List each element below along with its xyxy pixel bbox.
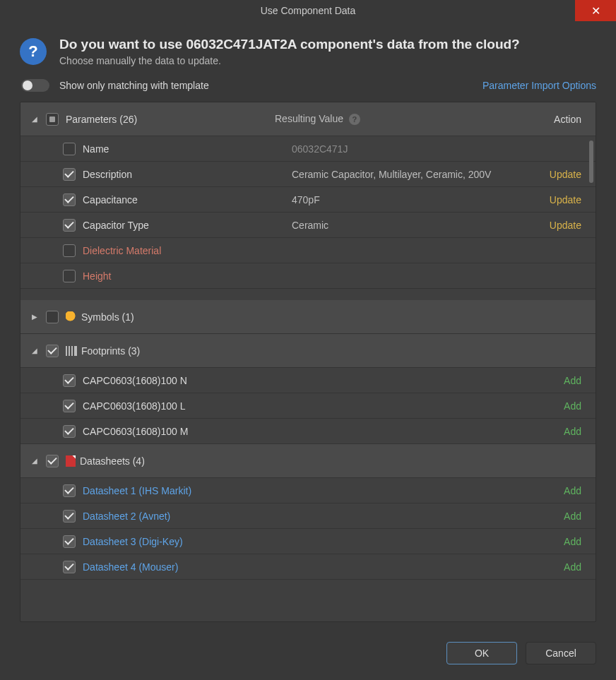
- dialog: Use Component Data ✕ ? Do you want to us…: [0, 0, 616, 680]
- parameter-row: Dielectric Material: [20, 238, 596, 263]
- section-parameters-header: Parameters (26) Resulting Value ? Action: [20, 102, 596, 136]
- intro: ? Do you want to use 06032C471JAT2A comp…: [20, 37, 596, 66]
- parameter-name: Height: [83, 270, 292, 282]
- close-button[interactable]: ✕: [575, 0, 616, 21]
- section-datasheets-label: Datasheets (4): [80, 455, 289, 467]
- datasheet-link[interactable]: Datasheet 3 (Digi-Key): [83, 536, 183, 547]
- footprint-action[interactable]: Add: [525, 400, 581, 412]
- datasheet-name: Datasheet 1 (IHS Markit): [83, 485, 292, 496]
- expand-datasheets[interactable]: [20, 457, 40, 465]
- footprint-action[interactable]: Add: [525, 375, 581, 386]
- parameter-action[interactable]: Update: [525, 220, 581, 231]
- footprint-name: CAPC0603(1608)100 M: [83, 426, 292, 437]
- parameter-value: 06032C471J: [292, 143, 525, 155]
- datasheet-link[interactable]: Datasheet 4 (Mouser): [83, 561, 178, 573]
- checkbox-footprint[interactable]: [63, 425, 76, 438]
- footprint-row: CAPC0603(1608)100 NAdd: [20, 368, 596, 393]
- datasheet-name: Datasheet 3 (Digi-Key): [83, 536, 292, 547]
- parameter-value: 470pF: [292, 194, 525, 205]
- symbol-icon: [66, 311, 77, 323]
- parameter-row: Name06032C471J: [20, 136, 596, 162]
- footprint-action[interactable]: Add: [525, 426, 581, 437]
- parameter-value: Ceramic Capacitor, Multilayer, Ceramic, …: [292, 169, 525, 180]
- footprint-name: CAPC0603(1608)100 L: [83, 400, 292, 412]
- parameter-name: Capacitor Type: [83, 220, 292, 231]
- footprint-name: CAPC0603(1608)100 N: [83, 375, 292, 386]
- checkbox-parameter[interactable]: [63, 244, 76, 257]
- datasheet-row: Datasheet 4 (Mouser)Add: [20, 554, 596, 580]
- parameter-name: Capacitance: [83, 194, 292, 205]
- datasheet-row: Datasheet 3 (Digi-Key)Add: [20, 529, 596, 554]
- section-datasheets-header: Datasheets (4): [20, 444, 596, 478]
- expand-footprints[interactable]: [20, 347, 40, 354]
- column-action-header: Action: [525, 114, 581, 125]
- heading: Do you want to use 06032C471JAT2A compon…: [59, 37, 520, 52]
- checkbox-datasheet[interactable]: [63, 484, 76, 497]
- datasheet-action[interactable]: Add: [525, 536, 581, 547]
- rows: Parameters (26) Resulting Value ? Action…: [20, 102, 596, 621]
- intro-text: Do you want to use 06032C471JAT2A compon…: [59, 37, 520, 66]
- options-row: Show only matching with template Paramet…: [20, 79, 596, 92]
- datasheet-action[interactable]: Add: [525, 561, 581, 573]
- checkbox-datasheet[interactable]: [63, 535, 76, 548]
- section-footprints-header: Footprints (3): [20, 334, 596, 368]
- datasheet-name: Datasheet 4 (Mouser): [83, 561, 292, 573]
- datasheet-action[interactable]: Add: [525, 511, 581, 522]
- parameter-import-options-link[interactable]: Parameter Import Options: [482, 80, 596, 91]
- checkbox-parameters-all[interactable]: [46, 113, 59, 126]
- content: ? Do you want to use 06032C471JAT2A comp…: [0, 21, 616, 629]
- parameter-row: Capacitance470pFUpdate: [20, 187, 596, 213]
- checkbox-footprint[interactable]: [63, 400, 76, 412]
- parameter-action[interactable]: Update: [525, 169, 581, 180]
- toggle-wrap: Show only matching with template: [21, 79, 209, 92]
- checkbox-datasheets-all[interactable]: [46, 455, 59, 467]
- parameter-name: Description: [83, 169, 292, 180]
- section-symbols-header: Symbols (1): [20, 300, 596, 334]
- help-icon[interactable]: ?: [349, 114, 360, 125]
- spacer: [20, 289, 596, 300]
- datasheet-action[interactable]: Add: [525, 485, 581, 496]
- ok-button[interactable]: OK: [446, 642, 517, 664]
- column-value-header: Resulting Value ?: [275, 113, 525, 125]
- question-icon: ?: [20, 38, 47, 65]
- datasheet-link[interactable]: Datasheet 1 (IHS Markit): [83, 485, 191, 496]
- subheading: Choose manually the data to update.: [59, 55, 520, 66]
- checkbox-datasheet[interactable]: [63, 510, 76, 523]
- pdf-icon: [66, 455, 76, 467]
- footer: OK Cancel: [0, 629, 616, 680]
- footprint-icon: [66, 346, 77, 356]
- section-parameters-label: Parameters (26): [66, 114, 275, 125]
- close-icon: ✕: [591, 4, 600, 18]
- parameter-name: Name: [83, 143, 292, 155]
- toggle-label: Show only matching with template: [59, 80, 209, 91]
- checkbox-parameter[interactable]: [63, 193, 76, 206]
- section-symbols-label: Symbols (1): [81, 311, 290, 323]
- parameter-row: DescriptionCeramic Capacitor, Multilayer…: [20, 162, 596, 187]
- parameter-value: Ceramic: [292, 220, 525, 231]
- titlebar: Use Component Data ✕: [0, 0, 616, 21]
- expand-symbols[interactable]: [20, 313, 40, 321]
- checkbox-symbols-all[interactable]: [46, 311, 59, 323]
- parameter-row: Height: [20, 263, 596, 289]
- checkbox-footprint[interactable]: [63, 374, 76, 387]
- parameter-row: Capacitor TypeCeramicUpdate: [20, 213, 596, 238]
- datasheet-row: Datasheet 2 (Avnet)Add: [20, 503, 596, 529]
- data-grid: Parameters (26) Resulting Value ? Action…: [20, 102, 596, 622]
- scrollbar[interactable]: [589, 141, 593, 183]
- template-filter-toggle[interactable]: [21, 79, 49, 92]
- footprint-row: CAPC0603(1608)100 LAdd: [20, 393, 596, 419]
- checkbox-footprints-all[interactable]: [46, 345, 59, 357]
- checkbox-datasheet[interactable]: [63, 561, 76, 573]
- window-title: Use Component Data: [261, 5, 356, 16]
- checkbox-parameter[interactable]: [63, 168, 76, 181]
- checkbox-parameter[interactable]: [63, 143, 76, 155]
- parameter-action[interactable]: Update: [525, 194, 581, 205]
- footprint-row: CAPC0603(1608)100 MAdd: [20, 419, 596, 444]
- datasheet-row: Datasheet 1 (IHS Markit)Add: [20, 478, 596, 503]
- section-footprints-label: Footprints (3): [81, 345, 290, 357]
- checkbox-parameter[interactable]: [63, 270, 76, 282]
- checkbox-parameter[interactable]: [63, 219, 76, 232]
- datasheet-link[interactable]: Datasheet 2 (Avnet): [83, 511, 170, 522]
- expand-parameters[interactable]: [20, 115, 40, 123]
- cancel-button[interactable]: Cancel: [526, 642, 596, 664]
